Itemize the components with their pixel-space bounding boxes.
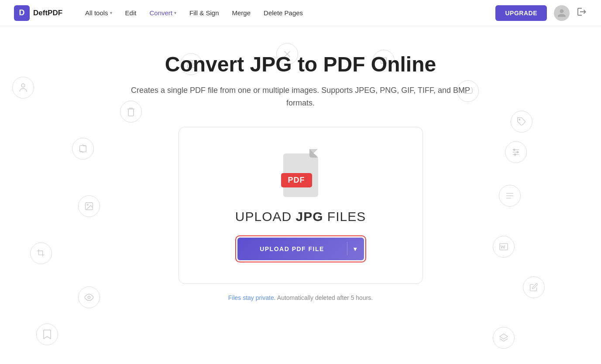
- bg-icon-puzzle: [72, 138, 94, 160]
- hero-section: Convert JPG to PDF Online Creates a sing…: [126, 52, 475, 127]
- bg-icon-image-edit: [78, 195, 100, 217]
- logo-text: DeftPDF: [33, 9, 62, 17]
- nav-merge[interactable]: Merge: [227, 6, 256, 20]
- nav-links: All tools ▾ Edit Convert ▾ Fill & Sign M…: [80, 6, 495, 20]
- nav-right: UPGRADE: [495, 5, 587, 21]
- bg-icon-bookmark: [36, 323, 58, 345]
- upload-btn-wrapper: UPLOAD PDF FILE ▾: [236, 236, 365, 262]
- nav-edit[interactable]: Edit: [120, 6, 142, 20]
- privacy-link[interactable]: Files stay private.: [228, 294, 276, 301]
- svg-point-16: [513, 149, 515, 150]
- upload-text-prefix: UPLOAD: [235, 209, 296, 224]
- chevron-down-icon: ▾: [174, 10, 176, 15]
- svg-marker-23: [500, 334, 508, 339]
- user-icon: [557, 8, 567, 18]
- upload-text-bold: JPG: [295, 209, 323, 224]
- navbar: D DeftPDF All tools ▾ Edit Convert ▾ Fil…: [0, 0, 601, 26]
- bg-icon-tag: [511, 111, 532, 133]
- bg-icon-pencil: [523, 276, 545, 298]
- logout-icon[interactable]: [577, 7, 587, 20]
- upload-card: PDF UPLOAD JPG FILES UPLOAD PDF FILE ▾: [179, 127, 423, 284]
- user-avatar[interactable]: [554, 5, 570, 21]
- upload-text-suffix: FILES: [323, 209, 366, 224]
- page-title: Convert JPG to PDF Online: [126, 52, 475, 76]
- bg-icon-text-edit: [499, 185, 521, 207]
- nav-delete-pages[interactable]: Delete Pages: [258, 6, 308, 20]
- privacy-note: Files stay private. Automatically delete…: [228, 294, 373, 301]
- logo-area[interactable]: D DeftPDF: [14, 5, 62, 21]
- svg-rect-10: [86, 202, 93, 210]
- svg-point-7: [519, 119, 520, 120]
- svg-point-18: [514, 153, 516, 155]
- svg-rect-22: [500, 243, 508, 250]
- bg-icon-crop: [30, 242, 52, 264]
- dropdown-arrow-icon[interactable]: ▾: [347, 238, 364, 260]
- svg-point-8: [21, 84, 25, 87]
- upload-button[interactable]: UPLOAD PDF FILE ▾: [237, 238, 364, 260]
- svg-rect-9: [80, 145, 86, 152]
- upgrade-button[interactable]: UPGRADE: [495, 5, 547, 21]
- upload-text: UPLOAD JPG FILES: [235, 209, 366, 224]
- bg-icon-person: [12, 77, 34, 99]
- privacy-text: Automatically deleted after 5 hours.: [276, 294, 373, 301]
- bg-icon-eye: [78, 286, 100, 308]
- svg-point-12: [88, 296, 90, 299]
- pdf-file-icon: PDF: [281, 149, 320, 197]
- nav-convert[interactable]: Convert ▾: [144, 6, 182, 20]
- svg-point-11: [87, 204, 88, 205]
- main-content: Convert JPG to PDF Online Creates a sing…: [0, 26, 601, 364]
- svg-point-17: [517, 151, 519, 153]
- bg-icon-layers: [493, 327, 515, 349]
- page-subtitle: Creates a single PDF file from one or mu…: [126, 84, 475, 109]
- pdf-badge: PDF: [281, 173, 312, 187]
- chevron-down-icon: ▾: [110, 10, 112, 15]
- bg-icon-watermark: [493, 236, 515, 258]
- logo-icon: D: [14, 5, 30, 21]
- nav-fill-sign[interactable]: Fill & Sign: [184, 6, 224, 20]
- bg-icon-sliders: [505, 141, 527, 163]
- nav-all-tools[interactable]: All tools ▾: [80, 6, 117, 20]
- upload-button-label: UPLOAD PDF FILE: [237, 238, 347, 260]
